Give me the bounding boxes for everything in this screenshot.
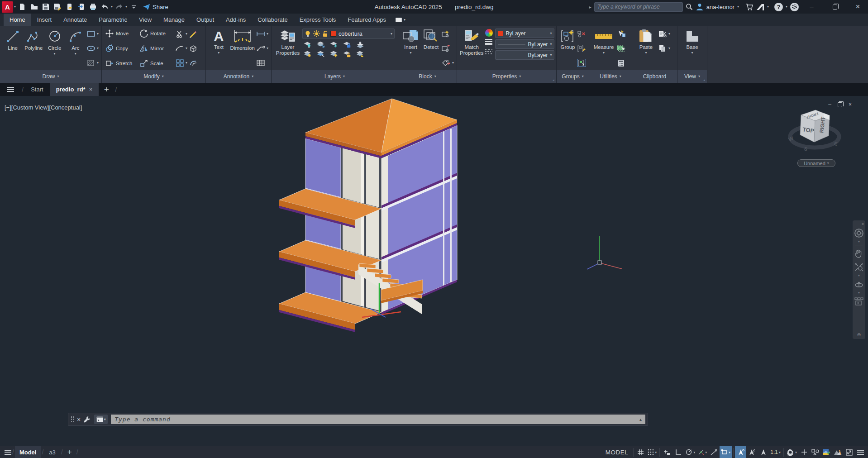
new-file-button[interactable] (17, 1, 28, 12)
viewport-controls-label[interactable]: [−][Custom View][Conceptual] (5, 104, 82, 111)
ellipse-caret-icon[interactable]: ▾ (97, 47, 99, 50)
viewport-close-icon[interactable]: × (849, 101, 852, 108)
tab-annotate[interactable]: Annotate (57, 14, 93, 26)
restore-button[interactable] (825, 0, 845, 14)
group-selection-toggle[interactable] (577, 59, 586, 67)
text-tool[interactable]: A Text ▾ (209, 28, 229, 69)
offset-tool[interactable] (188, 59, 197, 67)
isometric-drafting-toggle[interactable]: ▾ (696, 446, 708, 458)
detect-tool[interactable]: Detect (421, 28, 441, 69)
command-prompt-icon[interactable]: ▾ (94, 415, 108, 424)
move-tool[interactable]: Move (105, 29, 139, 38)
explode-tool[interactable] (188, 44, 197, 52)
group-edit-tool[interactable] (577, 44, 586, 52)
redo-button[interactable] (114, 1, 124, 12)
graphics-performance-toggle[interactable] (821, 446, 832, 458)
layer-off-tool[interactable] (303, 40, 312, 48)
file-tab-menu-icon[interactable] (0, 83, 21, 96)
dynamic-input-toggle[interactable] (661, 446, 672, 458)
insert-caret-icon[interactable]: ▾ (410, 51, 411, 55)
layer-lock-fade-tool[interactable] (329, 50, 339, 58)
zoom-icon[interactable] (854, 260, 863, 274)
close-button[interactable]: × (848, 0, 868, 14)
stretch-tool[interactable]: Stretch (105, 59, 139, 67)
viewcube[interactable]: W S E TOP RIGHT FRONT (787, 109, 842, 165)
navigation-bar[interactable]: × ▾ ▾ ▾ ⊖ (853, 220, 865, 339)
command-line[interactable]: × ▾ ▴ (68, 413, 648, 426)
layer-isolate-tool[interactable] (316, 40, 325, 48)
ellipse-tool[interactable] (86, 44, 95, 52)
file-tab-close-icon[interactable]: × (89, 86, 93, 93)
app-menu-caret-icon[interactable]: ▾ (14, 5, 16, 9)
ortho-toggle[interactable] (672, 446, 684, 458)
viewport-restore-icon[interactable] (838, 102, 842, 107)
linetype-dropdown[interactable]: ByLayer▾ (495, 50, 554, 60)
color-dropdown[interactable]: ByLayer▾ (495, 29, 554, 38)
app-store-cart-icon[interactable] (745, 3, 754, 11)
scale-tool[interactable]: Scale (140, 59, 173, 67)
file-tab-start[interactable]: Start (24, 83, 49, 96)
insert-block-tool[interactable]: Insert ▾ (401, 28, 420, 69)
attributes-caret-icon[interactable]: ▾ (452, 61, 454, 65)
command-customize-wrench-icon[interactable] (84, 416, 91, 423)
linetype-icon[interactable] (484, 48, 493, 56)
autodesk-logo-icon[interactable] (756, 4, 764, 10)
autodesk-menu-caret-icon[interactable]: ▾ (767, 5, 769, 9)
command-grip-handle[interactable] (71, 416, 74, 423)
view-expander-icon[interactable]: ⌟ (703, 77, 705, 81)
lineweight-icon[interactable] (484, 38, 493, 46)
copy-caret-icon[interactable]: ▾ (668, 47, 670, 50)
tab-output[interactable]: Output (191, 14, 220, 26)
new-drawing-tab-button[interactable]: + (99, 83, 114, 96)
qat-customize-caret-icon[interactable] (128, 1, 139, 12)
tab-manage[interactable]: Manage (157, 14, 191, 26)
arc-tool[interactable]: Arc ▾ (66, 28, 86, 69)
panel-label-clipboard[interactable]: Clipboard (632, 70, 677, 83)
paste-caret-icon[interactable]: ▾ (645, 51, 647, 55)
cut-caret-icon[interactable]: ▾ (668, 32, 670, 36)
polyline-tool[interactable]: Polyline (24, 28, 43, 69)
object-color-icon[interactable] (484, 29, 493, 37)
tab-express-tools[interactable]: Express Tools (294, 14, 342, 26)
tab-insert[interactable]: Insert (31, 14, 58, 26)
layer-properties-button[interactable]: Layer Properties (274, 28, 301, 69)
dim-caret-icon[interactable]: ▾ (267, 32, 268, 36)
save-button[interactable] (40, 1, 51, 12)
linear-dimension-tool[interactable] (256, 30, 265, 38)
isolate-objects-toggle[interactable] (810, 446, 821, 458)
viewport-minimize-icon[interactable]: – (828, 101, 831, 108)
panel-label-modify[interactable]: Modify▾ (102, 70, 205, 83)
cut-tool[interactable] (658, 30, 667, 38)
layer-make-current-tool[interactable] (356, 40, 365, 48)
layout-tab-a3[interactable]: a3 (44, 446, 60, 458)
user-avatar-icon[interactable] (696, 3, 704, 11)
search-input[interactable] (595, 4, 682, 10)
tab-view[interactable]: View (133, 14, 157, 26)
customization-menu-icon[interactable] (855, 446, 866, 458)
measure-tool[interactable]: Measure ▾ (592, 28, 615, 69)
help-icon[interactable]: ? (774, 3, 783, 11)
annotation-scale-icon[interactable] (758, 446, 769, 458)
polar-tracking-toggle[interactable]: ▾ (684, 446, 696, 458)
open-from-mobile-button[interactable] (64, 1, 75, 12)
clean-screen-toggle[interactable] (844, 446, 855, 458)
panel-label-view[interactable]: View▾⌟ (677, 70, 707, 83)
panel-label-block[interactable]: Block▾ (398, 70, 457, 83)
window-select-tool[interactable] (616, 44, 625, 52)
search-icon[interactable] (686, 3, 693, 10)
measure-caret-icon[interactable]: ▾ (603, 51, 605, 55)
save-to-mobile-button[interactable] (76, 1, 86, 12)
mirror-tool[interactable]: Mirror (140, 44, 173, 52)
create-block-tool[interactable] (442, 30, 451, 38)
properties-expander-icon[interactable]: ⌟ (553, 77, 554, 81)
layer-merge-tool[interactable] (356, 50, 365, 58)
hatch-caret-icon[interactable]: ▾ (97, 61, 99, 65)
object-snap-tracking-toggle[interactable] (708, 446, 720, 458)
quick-calculator-tool[interactable] (616, 59, 625, 67)
panel-label-draw[interactable]: Draw▾ (0, 70, 101, 83)
layer-dropdown[interactable]: cobertura ▾ (302, 29, 395, 39)
panel-label-groups[interactable]: Groups▾ (557, 70, 589, 83)
layout-menu-icon[interactable] (5, 450, 11, 455)
panel-label-annotation[interactable]: Annotation▾ (206, 70, 271, 83)
share-button[interactable]: Share (143, 4, 168, 10)
